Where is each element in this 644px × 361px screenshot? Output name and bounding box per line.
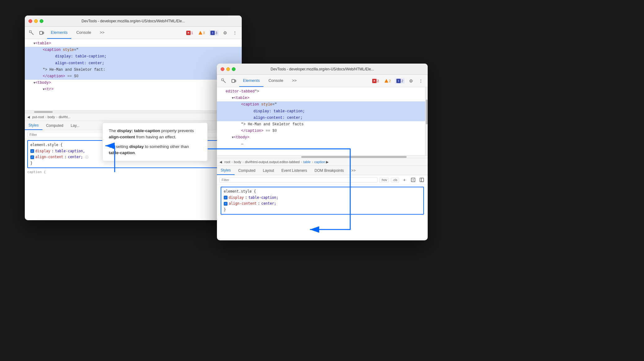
- devtools-window-1: DevTools - developer.mozilla.org/en-US/d…: [25, 16, 242, 220]
- warning-icon-2: [385, 79, 388, 83]
- css-close-2: }: [224, 207, 421, 213]
- breadcrumb-caption-2[interactable]: caption: [314, 160, 325, 164]
- html-line-display-2[interactable]: display: table-caption;: [217, 108, 428, 115]
- filter-input-2[interactable]: [219, 177, 377, 183]
- html-line-align[interactable]: align-content: center;: [25, 60, 242, 67]
- tab-elements-1[interactable]: Elements: [47, 27, 71, 39]
- css-prop-align-2: align-content: center;: [224, 201, 421, 207]
- inspect-icon-2[interactable]: [219, 77, 228, 85]
- device-icon-2[interactable]: [229, 77, 238, 85]
- close-button-2[interactable]: [221, 67, 224, 71]
- info-icon-1: !: [210, 31, 215, 35]
- menu-icon-2[interactable]: ⋮: [417, 77, 425, 85]
- scrollbar-horizontal-2[interactable]: [217, 155, 428, 158]
- breadcrumb-forward-2[interactable]: ▶: [326, 160, 329, 164]
- scrollbar-v-2[interactable]: [425, 87, 428, 155]
- html-line-caption-open-2[interactable]: <caption style=": [217, 101, 428, 108]
- breadcrumb-body-1[interactable]: body: [48, 115, 55, 119]
- breadcrumb-body-2[interactable]: body: [234, 160, 241, 164]
- breadcrumb-div-2[interactable]: div#html-output.output.editor-tabbed: [245, 160, 300, 164]
- breadcrumb-back-1[interactable]: ◀: [27, 115, 30, 119]
- css-prop-display-2: display: table-caption;: [224, 195, 421, 201]
- breadcrumb-div-1[interactable]: div#ht...: [59, 115, 71, 119]
- tab-more-styles-2[interactable]: >>: [348, 166, 359, 175]
- scrollbar-thumb-1[interactable]: [34, 111, 53, 113]
- tab-console-1[interactable]: Console: [73, 27, 95, 39]
- breadcrumb-table-2[interactable]: table: [303, 160, 311, 164]
- breadcrumb-root-2[interactable]: root: [224, 160, 230, 164]
- html-line-table-2: ▼<table>: [217, 95, 428, 101]
- tab-events-2[interactable]: Event Listeners: [278, 166, 311, 175]
- breadcrumb-root-1[interactable]: put-root: [32, 115, 44, 119]
- html-line-dash-2: —: [217, 141, 428, 148]
- tab-layout-1[interactable]: Lay...: [67, 121, 83, 130]
- tab-layout-2[interactable]: Layout: [259, 166, 278, 175]
- checkbox-display-2[interactable]: [224, 196, 227, 199]
- svg-rect-8: [235, 80, 236, 82]
- svg-line-6: [223, 81, 226, 83]
- pseudo-cls-btn[interactable]: .cls: [391, 178, 399, 182]
- tab-elements-2[interactable]: Elements: [239, 75, 263, 87]
- scrollbar-horizontal-1[interactable]: [25, 110, 242, 113]
- tooltip-para-1: The display: table-caption property prev…: [109, 128, 201, 140]
- devtools-window-2: DevTools - developer.mozilla.org/en-US/d…: [217, 64, 428, 240]
- tab-more-1[interactable]: >>: [96, 27, 108, 39]
- svg-rect-3: [43, 32, 44, 34]
- info-circle-1: ⓘ: [85, 154, 88, 160]
- breadcrumb-2: ◀ root › body › div#html-output.output.e…: [217, 158, 428, 166]
- traffic-lights-1: [29, 19, 43, 23]
- tooltip-para-2: Try setting display to something other t…: [109, 144, 201, 156]
- warning-badge-2: 2: [383, 78, 392, 83]
- html-line-text[interactable]: "> He-Man and Skeletor fact:: [25, 67, 242, 73]
- html-line-text-2: "> He-Man and Skeletor facts: [217, 121, 428, 128]
- menu-icon-1[interactable]: ⋮: [231, 29, 239, 37]
- scrollbar-v-thumb-2[interactable]: [426, 100, 428, 124]
- add-style-icon[interactable]: +: [401, 176, 408, 183]
- tab-computed-2[interactable]: Computed: [235, 166, 259, 175]
- html-line-caption-open[interactable]: <caption style=": [25, 47, 242, 53]
- tab-styles-1[interactable]: Styles: [25, 121, 42, 130]
- checkbox-display-1[interactable]: [30, 149, 34, 153]
- html-line-align-2[interactable]: align-content: center;: [217, 115, 428, 121]
- settings-icon-1[interactable]: ⚙: [221, 29, 229, 37]
- svg-line-1: [31, 33, 33, 35]
- html-line-editor-tabbed: editor-tabbed">: [217, 88, 428, 95]
- inspect-icon[interactable]: [27, 29, 36, 37]
- minimize-button-1[interactable]: [34, 19, 38, 23]
- svg-rect-7: [232, 79, 235, 82]
- tab-styles-2[interactable]: Styles: [217, 166, 235, 175]
- svg-rect-11: [420, 178, 424, 182]
- title-bar-1: DevTools - developer.mozilla.org/en-US/d…: [25, 16, 242, 27]
- error-badge-1: ✕ 1: [185, 30, 195, 36]
- tab-dom-2[interactable]: DOM Breakpoints: [311, 166, 348, 175]
- new-rule-icon[interactable]: [410, 176, 417, 183]
- tab-computed-1[interactable]: Computed: [42, 121, 67, 130]
- device-icon[interactable]: [37, 29, 46, 37]
- checkbox-align-1[interactable]: [30, 155, 34, 159]
- error-icon-2: ✕: [372, 79, 377, 83]
- html-line-caption-close-2: </caption> == $0: [217, 128, 428, 134]
- pseudo-hov-btn[interactable]: :hov: [379, 178, 389, 182]
- tab-console-2[interactable]: Console: [265, 75, 287, 87]
- settings-icon-2[interactable]: ⚙: [407, 77, 415, 85]
- html-line-display[interactable]: display: table-caption;: [25, 53, 242, 60]
- html-line-table: ▼<table>: [25, 40, 242, 47]
- warning-badge-1: 3: [197, 30, 206, 35]
- error-icon-1: ✕: [186, 31, 191, 35]
- html-line-caption-close[interactable]: </caption> == $0: [25, 73, 242, 80]
- breadcrumb-back-2[interactable]: ◀: [219, 160, 222, 164]
- tab-more-2[interactable]: >>: [288, 75, 300, 87]
- html-line-tr: ▼<tr>: [25, 86, 242, 93]
- html-panel-2: editor-tabbed"> ▼<table> <caption style=…: [217, 87, 428, 155]
- svg-rect-5: [222, 79, 223, 81]
- close-button-1[interactable]: [29, 19, 32, 23]
- minimize-button-2[interactable]: [226, 67, 230, 71]
- maximize-button-2[interactable]: [232, 67, 236, 71]
- maximize-button-1[interactable]: [40, 19, 43, 23]
- svg-rect-2: [40, 31, 42, 34]
- toggle-sidebar-icon[interactable]: [418, 176, 425, 183]
- scrollbar-h-thumb-2[interactable]: [301, 156, 407, 158]
- checkbox-align-2[interactable]: [224, 202, 227, 206]
- window-title-1: DevTools - developer.mozilla.org/en-US/d…: [82, 19, 185, 23]
- info-badge-1: ! 3: [209, 30, 219, 36]
